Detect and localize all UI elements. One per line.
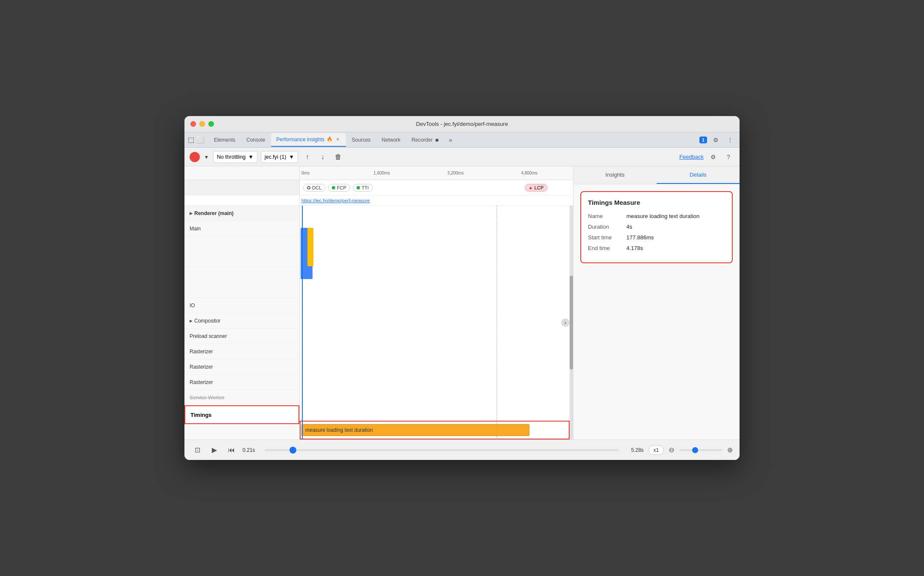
- ruler-mark-3200ms: 3,200ms: [447, 171, 464, 175]
- track-service-worker: Service Worker: [184, 390, 299, 405]
- ruler-mark-1600ms: 1,600ms: [374, 171, 390, 175]
- right-sidebar: Insights Details Timings Measure Name me…: [573, 166, 740, 439]
- collapse-icon[interactable]: ▶: [190, 211, 193, 215]
- lcp-label: LCP: [535, 185, 544, 190]
- timings-measure-card: Timings Measure Name measure loading tex…: [580, 191, 733, 263]
- zoom-level-label: x1: [649, 445, 664, 455]
- track-spacer-1: [184, 236, 299, 252]
- chat-badge[interactable]: 1: [699, 137, 707, 143]
- playhead: [302, 206, 303, 439]
- lcp-warning-icon: ▲: [529, 185, 533, 190]
- delete-icon[interactable]: 🗑: [332, 151, 344, 163]
- track-spacer-2: [184, 252, 299, 267]
- detail-label-end-time: End time: [588, 245, 626, 251]
- devtools-body: ▶ Renderer (main) Main IO ▶ Compositor P…: [184, 166, 740, 439]
- tti-marker[interactable]: TTI: [353, 184, 373, 192]
- maximize-button[interactable]: [208, 121, 214, 127]
- record-dropdown-arrow[interactable]: ▼: [203, 154, 210, 160]
- detail-label-name: Name: [588, 213, 626, 219]
- traffic-lights: [190, 121, 214, 127]
- screenshot-toggle-button[interactable]: ⊡: [191, 444, 203, 456]
- expand-arrow[interactable]: ›: [561, 318, 570, 327]
- zoom-in-button[interactable]: ⊕: [727, 446, 733, 454]
- recording-dropdown-icon: ▼: [289, 154, 294, 160]
- ruler-mark-0ms: 0ms: [301, 171, 310, 175]
- scrub-end-time: 5.28s: [624, 447, 643, 453]
- scrub-thumb[interactable]: [289, 447, 296, 454]
- detail-row-duration: Duration 4s: [588, 224, 725, 230]
- track-io: IO: [184, 298, 299, 313]
- track-main: Main: [184, 221, 299, 236]
- toolbar: ▼ No throttling ▼ jec.fyi (1) ▼ ↑ ↓ 🗑 Fe…: [184, 148, 740, 166]
- timeline-canvas[interactable]: › measure loading text duration: [300, 206, 573, 439]
- scrub-start-time: 0.21s: [243, 447, 260, 453]
- feedback-button[interactable]: Feedback: [679, 154, 704, 160]
- settings-gear-icon[interactable]: ⚙: [710, 134, 722, 146]
- download-icon[interactable]: ↓: [317, 151, 329, 163]
- zoom-thumb[interactable]: [692, 447, 698, 453]
- measure-bar[interactable]: measure loading text duration: [301, 424, 529, 436]
- scrub-slider[interactable]: [265, 449, 619, 451]
- track-compositor: ▶ Compositor: [184, 313, 299, 329]
- upload-icon[interactable]: ↑: [301, 151, 313, 163]
- zoom-slider[interactable]: [679, 449, 722, 451]
- track-rasterizer-3: Rasterizer: [184, 375, 299, 390]
- detail-row-end-time: End time 4.178s: [588, 245, 725, 251]
- center-timeline: 0ms 1,600ms 3,200ms 4,800ms DCL FCP TTI: [300, 166, 573, 439]
- tab-console[interactable]: Console: [241, 133, 270, 147]
- tti-dot: [357, 186, 360, 189]
- url-text: https://jec.fyi/demo/perf-measure: [301, 198, 370, 203]
- settings-icon[interactable]: ⚙: [707, 151, 719, 163]
- zoom-out-button[interactable]: ⊖: [669, 446, 674, 454]
- throttle-selector[interactable]: No throttling ▼: [213, 151, 257, 163]
- tab-insights[interactable]: Insights: [573, 166, 657, 184]
- scrollbar[interactable]: [570, 206, 573, 439]
- throttle-dropdown-icon: ▼: [248, 154, 253, 160]
- record-button[interactable]: [190, 152, 200, 162]
- more-tabs-button[interactable]: »: [445, 135, 456, 145]
- close-button[interactable]: [190, 121, 196, 127]
- detail-value-end-time: 4.178s: [626, 245, 643, 251]
- dcl-label: DCL: [312, 185, 322, 190]
- right-panel-tabs: Insights Details: [573, 166, 740, 184]
- track-renderer-main: ▶ Renderer (main): [184, 206, 299, 221]
- tab-sources[interactable]: Sources: [347, 133, 376, 147]
- detail-label-start-time: Start time: [588, 234, 626, 241]
- title-bar: DevTools - jec.fyi/demo/perf-measure: [184, 116, 740, 132]
- markers-row: DCL FCP TTI ▲ LCP: [300, 180, 573, 195]
- detail-row-name: Name measure loading text duration: [588, 213, 725, 219]
- detail-value-start-time: 177.886ms: [626, 234, 654, 241]
- more-options-icon[interactable]: ⋮: [724, 134, 736, 146]
- help-icon[interactable]: ?: [722, 151, 734, 163]
- fcp-dot: [332, 186, 335, 189]
- tab-network[interactable]: Network: [377, 133, 406, 147]
- window-title: DevTools - jec.fyi/demo/perf-measure: [416, 121, 508, 127]
- track-preload-scanner: Preload scanner: [184, 329, 299, 344]
- collapse-icon[interactable]: ▶: [190, 319, 193, 323]
- tab-actions: 1 ⚙ ⋮: [699, 134, 736, 146]
- tab-close-button[interactable]: ✕: [335, 137, 341, 143]
- skip-to-start-button[interactable]: ⏮: [225, 444, 237, 456]
- tab-performance-insights[interactable]: Performance insights 🔥 ✕: [271, 133, 346, 147]
- fcp-marker[interactable]: FCP: [328, 184, 350, 192]
- url-bar: https://jec.fyi/demo/perf-measure: [300, 195, 573, 206]
- minimize-button[interactable]: [199, 121, 205, 127]
- lcp-badge[interactable]: ▲ LCP: [525, 184, 547, 192]
- tab-recorder[interactable]: Recorder ⏺: [406, 133, 444, 147]
- recording-label: jec.fyi (1): [265, 154, 287, 160]
- cursor-icon[interactable]: ⬚: [188, 136, 194, 144]
- detail-label-duration: Duration: [588, 224, 626, 230]
- tab-elements[interactable]: Elements: [209, 133, 240, 147]
- flame-bar-main-yellow-2[interactable]: [309, 248, 313, 265]
- track-rasterizer-1: Rasterizer: [184, 344, 299, 359]
- play-button[interactable]: ▶: [208, 444, 220, 456]
- timeline-ruler: 0ms 1,600ms 3,200ms 4,800ms: [300, 166, 573, 180]
- device-icon[interactable]: ⬜: [196, 136, 205, 144]
- track-spacer-4: [184, 282, 299, 298]
- timings-measure-row: measure loading text duration: [300, 421, 570, 439]
- tab-details[interactable]: Details: [657, 166, 740, 184]
- scroll-thumb[interactable]: [570, 276, 573, 369]
- dcl-marker[interactable]: DCL: [303, 184, 325, 192]
- recording-selector[interactable]: jec.fyi (1) ▼: [261, 151, 298, 163]
- timings-track-label: Timings: [184, 405, 299, 424]
